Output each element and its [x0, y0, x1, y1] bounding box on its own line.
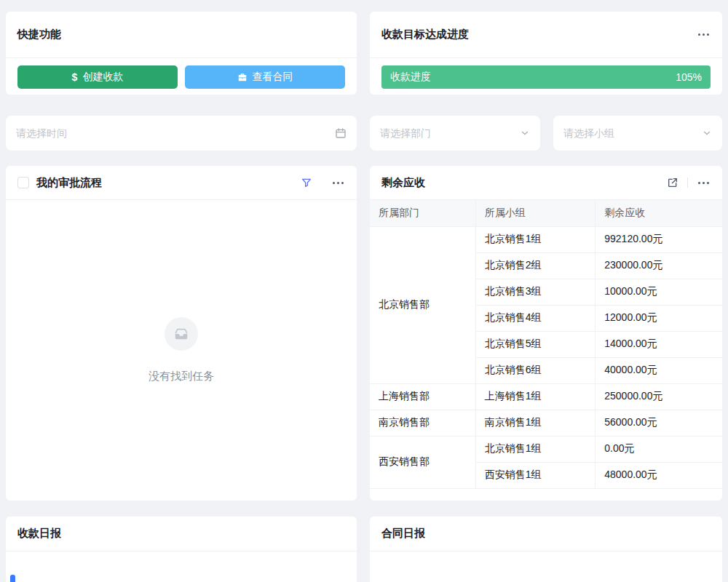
column-amount: 剩余应收	[596, 200, 722, 226]
table-row: 北京销售部北京销售1组992120.00元	[370, 226, 722, 252]
contract-daily-title: 合同日报	[381, 527, 425, 541]
approval-header: 我的审批流程	[6, 166, 357, 200]
payment-daily-body	[6, 551, 357, 582]
time-select-input[interactable]	[16, 127, 335, 139]
time-select[interactable]	[6, 116, 357, 151]
more-icon[interactable]	[697, 31, 711, 39]
quick-actions-header: 快捷功能	[6, 12, 357, 58]
receivables-card: 剩余应收 所属部门 所属小组 剩余应收 北京销售部北京销售1组992120.00…	[370, 166, 722, 501]
group-cell: 上海销售1组	[475, 383, 596, 410]
progress-bar-label: 收款进度	[390, 71, 431, 84]
group-cell: 北京销售1组	[475, 436, 596, 462]
department-cell: 北京销售部	[370, 226, 475, 383]
empty-inbox-icon	[165, 317, 198, 351]
column-department: 所属部门	[370, 200, 475, 226]
view-contract-button[interactable]: 查看合同	[185, 65, 345, 89]
approval-checkbox[interactable]	[17, 177, 29, 188]
amount-cell: 0.00元	[596, 436, 722, 462]
chart-fragment	[10, 575, 15, 582]
chevron-down-icon	[702, 128, 712, 138]
more-icon[interactable]	[331, 179, 345, 187]
external-link-icon[interactable]	[667, 177, 678, 188]
empty-text: 没有找到任务	[149, 370, 214, 383]
filter-icon[interactable]	[301, 177, 312, 188]
payment-daily-title: 收款日报	[17, 527, 61, 541]
group-select-input[interactable]	[563, 127, 702, 139]
progress-bar: 收款进度 105%	[381, 65, 711, 89]
department-cell: 上海销售部	[370, 383, 475, 410]
amount-cell: 992120.00元	[596, 226, 722, 252]
department-select-input[interactable]	[380, 127, 520, 139]
group-cell: 北京销售2组	[475, 252, 596, 279]
receivables-header: 剩余应收	[370, 166, 722, 200]
group-cell: 西安销售1组	[475, 462, 596, 488]
header-divider	[687, 178, 688, 188]
group-cell: 北京销售6组	[475, 357, 596, 383]
amount-cell: 230000.00元	[596, 252, 722, 279]
calendar-icon	[335, 127, 347, 139]
group-cell: 北京销售5组	[475, 331, 596, 357]
receivables-table-body: 北京销售部北京销售1组992120.00元北京销售2组230000.00元北京销…	[370, 226, 722, 488]
amount-cell: 14000.00元	[596, 331, 722, 357]
approval-empty-state: 没有找到任务	[6, 200, 357, 501]
quick-actions-body: $ 创建收款 查看合同	[6, 58, 357, 89]
briefcase-icon	[237, 72, 248, 82]
more-icon[interactable]	[697, 179, 711, 187]
progress-card: 收款目标达成进度 收款进度 105%	[370, 12, 722, 95]
create-payment-label: 创建收款	[82, 71, 123, 84]
department-cell: 南京销售部	[370, 410, 475, 436]
dashboard: 快捷功能 $ 创建收款 查看合同 收款目标达成进度 收款进度 105%	[0, 0, 728, 582]
payment-daily-card: 收款日报	[6, 517, 357, 582]
table-row: 上海销售部上海销售1组250000.00元	[370, 383, 722, 410]
table-row: 南京销售部南京销售1组56000.00元	[370, 410, 722, 436]
group-cell: 南京销售1组	[475, 410, 596, 436]
contract-daily-header: 合同日报	[370, 517, 722, 551]
group-select[interactable]	[553, 116, 722, 151]
chevron-down-icon	[520, 128, 530, 138]
amount-cell: 40000.00元	[596, 357, 722, 383]
amount-cell: 250000.00元	[596, 383, 722, 410]
group-cell: 北京销售4组	[475, 305, 596, 331]
progress-header: 收款目标达成进度	[370, 12, 722, 58]
group-cell: 北京销售1组	[475, 226, 596, 252]
contract-daily-card: 合同日报	[370, 517, 722, 582]
department-select[interactable]	[370, 116, 540, 151]
amount-cell: 10000.00元	[596, 279, 722, 305]
receivables-table: 所属部门 所属小组 剩余应收 北京销售部北京销售1组992120.00元北京销售…	[370, 200, 722, 489]
amount-cell: 56000.00元	[596, 410, 722, 436]
department-cell: 西安销售部	[370, 436, 475, 488]
amount-cell: 48000.00元	[596, 462, 722, 488]
receivables-title: 剩余应收	[381, 176, 425, 190]
payment-daily-header: 收款日报	[6, 517, 357, 551]
create-payment-button[interactable]: $ 创建收款	[17, 65, 178, 89]
contract-daily-body	[370, 551, 722, 582]
table-header-row: 所属部门 所属小组 剩余应收	[370, 200, 722, 226]
view-contract-label: 查看合同	[253, 71, 293, 84]
amount-cell: 12000.00元	[596, 305, 722, 331]
progress-bar-value: 105%	[676, 71, 702, 83]
dollar-icon: $	[72, 71, 78, 83]
progress-title: 收款目标达成进度	[381, 28, 469, 41]
table-row: 西安销售部北京销售1组0.00元	[370, 436, 722, 462]
column-group: 所属小组	[475, 200, 596, 226]
approval-card: 我的审批流程 没有找到任务	[6, 166, 357, 501]
progress-body: 收款进度 105%	[370, 58, 722, 89]
quick-actions-card: 快捷功能 $ 创建收款 查看合同	[6, 12, 357, 95]
quick-actions-title: 快捷功能	[17, 28, 61, 41]
approval-title: 我的审批流程	[36, 176, 102, 190]
group-cell: 北京销售3组	[475, 279, 596, 305]
